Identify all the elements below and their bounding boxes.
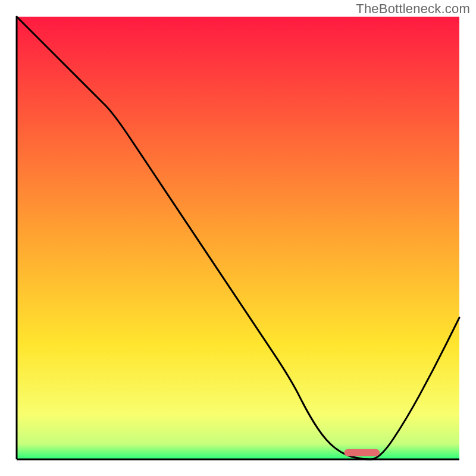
chart-container: TheBottleneck.com [0, 0, 476, 476]
plot-area [17, 17, 459, 459]
watermark-text: TheBottleneck.com [356, 1, 470, 17]
chart-svg [0, 0, 476, 476]
optimal-range-marker [345, 449, 380, 456]
